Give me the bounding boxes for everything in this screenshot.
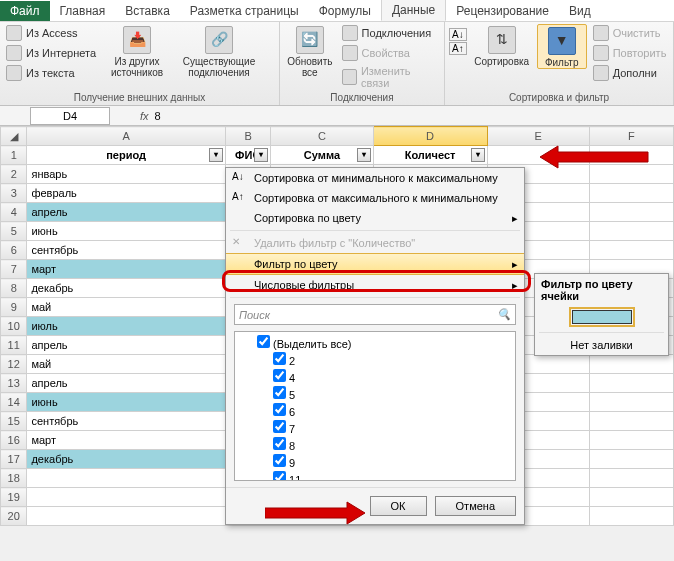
filter-value-checkbox[interactable]: 6 bbox=[237, 402, 513, 419]
cell[interactable]: март bbox=[27, 260, 225, 279]
tab-review[interactable]: Рецензирование bbox=[446, 1, 559, 21]
filter-dropdown-icon[interactable]: ▾ bbox=[471, 148, 485, 162]
col-header-a[interactable]: A bbox=[27, 127, 225, 146]
cell[interactable]: апрель bbox=[27, 203, 225, 222]
cell[interactable]: апрель bbox=[27, 336, 225, 355]
from-web-button[interactable]: Из Интернета bbox=[4, 44, 98, 62]
col-header-d[interactable]: D bbox=[373, 127, 487, 146]
row-header[interactable]: 16 bbox=[1, 431, 27, 450]
ok-button[interactable]: ОК bbox=[370, 496, 427, 516]
cell[interactable]: июнь bbox=[27, 222, 225, 241]
select-all-corner[interactable]: ◢ bbox=[1, 127, 27, 146]
col-header-c[interactable]: C bbox=[271, 127, 373, 146]
cell[interactable] bbox=[589, 203, 673, 222]
filter-value-checkbox[interactable]: 11 bbox=[237, 470, 513, 481]
cell[interactable] bbox=[589, 393, 673, 412]
tab-data[interactable]: Данные bbox=[381, 0, 446, 21]
filter-dropdown-icon[interactable]: ▾ bbox=[209, 148, 223, 162]
filter-dropdown-icon[interactable]: ▾ bbox=[254, 148, 268, 162]
cell[interactable]: апрель bbox=[27, 374, 225, 393]
filter-value-checkbox[interactable]: 2 bbox=[237, 351, 513, 368]
other-sources-button[interactable]: 📥Из других источников bbox=[102, 24, 172, 78]
tab-formulas[interactable]: Формулы bbox=[309, 1, 381, 21]
cell[interactable]: май bbox=[27, 298, 225, 317]
filter-dropdown-icon[interactable]: ▾ bbox=[357, 148, 371, 162]
filter-value-checkbox[interactable]: 8 bbox=[237, 436, 513, 453]
row-header[interactable]: 12 bbox=[1, 355, 27, 374]
cell[interactable]: февраль bbox=[27, 184, 225, 203]
tab-page-layout[interactable]: Разметка страницы bbox=[180, 1, 309, 21]
cell[interactable]: сентябрь bbox=[27, 412, 225, 431]
row-header[interactable]: 3 bbox=[1, 184, 27, 203]
row-header[interactable]: 8 bbox=[1, 279, 27, 298]
row-header[interactable]: 1 bbox=[1, 146, 27, 165]
number-filters-item[interactable]: Числовые фильтры▸ bbox=[226, 275, 524, 295]
row-header[interactable]: 20 bbox=[1, 507, 27, 526]
cell[interactable]: май bbox=[27, 355, 225, 374]
cell[interactable]: декабрь bbox=[27, 279, 225, 298]
filter-value-checkbox[interactable]: 9 bbox=[237, 453, 513, 470]
file-tab[interactable]: Файл bbox=[0, 1, 50, 21]
cell[interactable] bbox=[589, 146, 673, 165]
filter-values-list[interactable]: (Выделить все) 2 4 5 6 7 8 9 11 12 14 bbox=[234, 331, 516, 481]
filter-button[interactable]: ▼Фильтр bbox=[537, 24, 587, 69]
cell[interactable]: июнь bbox=[27, 393, 225, 412]
header-fio[interactable]: ФИО▾ bbox=[225, 146, 271, 165]
filter-search-input[interactable]: Поиск🔍 bbox=[234, 304, 516, 325]
no-fill-option[interactable]: Нет заливки bbox=[535, 335, 668, 355]
connections-button[interactable]: Подключения bbox=[340, 24, 440, 42]
name-box[interactable]: D4 bbox=[30, 107, 110, 125]
select-all-checkbox[interactable]: (Выделить все) bbox=[237, 334, 513, 351]
filter-by-color-item[interactable]: Фильтр по цвету▸ bbox=[226, 253, 524, 275]
col-header-e[interactable]: E bbox=[487, 127, 589, 146]
row-header[interactable]: 17 bbox=[1, 450, 27, 469]
header-period[interactable]: период▾ bbox=[27, 146, 225, 165]
cell[interactable]: июль bbox=[27, 317, 225, 336]
row-header[interactable]: 14 bbox=[1, 393, 27, 412]
cancel-button[interactable]: Отмена bbox=[435, 496, 516, 516]
from-text-button[interactable]: Из текста bbox=[4, 64, 98, 82]
cell[interactable] bbox=[589, 184, 673, 203]
row-header[interactable]: 2 bbox=[1, 165, 27, 184]
row-header[interactable]: 18 bbox=[1, 469, 27, 488]
row-header[interactable]: 19 bbox=[1, 488, 27, 507]
existing-connections-button[interactable]: 🔗Существующие подключения bbox=[176, 24, 262, 78]
sort-button[interactable]: ⇅Сортировка bbox=[471, 24, 533, 67]
header-sum[interactable]: Сумма▾ bbox=[271, 146, 373, 165]
row-header[interactable]: 6 bbox=[1, 241, 27, 260]
filter-value-checkbox[interactable]: 5 bbox=[237, 385, 513, 402]
col-header-b[interactable]: B bbox=[225, 127, 271, 146]
cell[interactable] bbox=[589, 222, 673, 241]
refresh-all-button[interactable]: 🔄Обновить все bbox=[284, 24, 336, 78]
advanced-filter-button[interactable]: Дополни bbox=[591, 64, 669, 82]
tab-view[interactable]: Вид bbox=[559, 1, 601, 21]
row-header[interactable]: 5 bbox=[1, 222, 27, 241]
row-header[interactable]: 4 bbox=[1, 203, 27, 222]
cell[interactable]: март bbox=[27, 431, 225, 450]
cell[interactable] bbox=[589, 241, 673, 260]
color-option-cyan[interactable] bbox=[535, 306, 668, 330]
cell[interactable]: декабрь bbox=[27, 450, 225, 469]
tab-home[interactable]: Главная bbox=[50, 1, 116, 21]
cell[interactable] bbox=[589, 431, 673, 450]
row-header[interactable]: 13 bbox=[1, 374, 27, 393]
tab-insert[interactable]: Вставка bbox=[115, 1, 180, 21]
cell[interactable] bbox=[487, 146, 589, 165]
header-qty[interactable]: Количест▾ bbox=[373, 146, 487, 165]
cell[interactable]: январь bbox=[27, 165, 225, 184]
cell[interactable] bbox=[589, 165, 673, 184]
row-header[interactable]: 15 bbox=[1, 412, 27, 431]
row-header[interactable]: 11 bbox=[1, 336, 27, 355]
row-header[interactable]: 7 bbox=[1, 260, 27, 279]
cell[interactable] bbox=[589, 412, 673, 431]
sort-descending-item[interactable]: A↑Сортировка от максимального к минималь… bbox=[226, 188, 524, 208]
row-header[interactable]: 9 bbox=[1, 298, 27, 317]
cell[interactable]: сентябрь bbox=[27, 241, 225, 260]
filter-value-checkbox[interactable]: 4 bbox=[237, 368, 513, 385]
sort-az-buttons[interactable]: A↓ A↑ bbox=[449, 24, 467, 55]
filter-value-checkbox[interactable]: 7 bbox=[237, 419, 513, 436]
sort-by-color-item[interactable]: Сортировка по цвету▸ bbox=[226, 208, 524, 228]
from-access-button[interactable]: Из Access bbox=[4, 24, 98, 42]
formula-input[interactable] bbox=[155, 110, 674, 122]
cell[interactable] bbox=[589, 374, 673, 393]
